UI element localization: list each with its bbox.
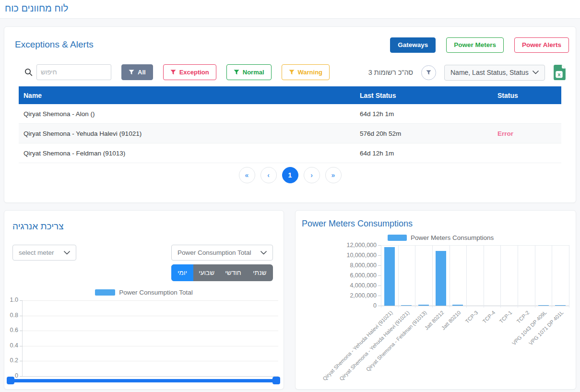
gridline <box>381 245 381 308</box>
y-axis-label: 4,000,000 <box>333 282 377 289</box>
energy-panel-title: צריכת אנרגיה <box>12 221 64 232</box>
y-axis-label: 10,000,000 <box>333 252 377 259</box>
filter-warning-label: Warning <box>298 69 323 76</box>
y-axis-label: 12,000,000 <box>333 242 377 249</box>
table-row[interactable]: Qiryat Shemona - Feldman (91013) 64d 12h… <box>19 143 561 163</box>
y-axis-label: 0.6 <box>2 327 18 333</box>
funnel-icon <box>129 70 134 75</box>
x-axis-label: Qiryat Shemona - Yehuda Halevi (91021) <box>328 309 410 392</box>
tab-weekly[interactable]: שבועי <box>193 264 220 281</box>
pagination-last-button[interactable]: » <box>325 167 342 183</box>
gridline <box>23 300 278 301</box>
pagination-first-button[interactable]: « <box>239 167 255 183</box>
y-axis-label: 6,000,000 <box>333 272 377 279</box>
gridline <box>381 245 569 246</box>
power-alerts-button[interactable]: Power Alerts <box>514 37 569 53</box>
bar <box>384 247 395 306</box>
axis-tick <box>378 275 381 276</box>
view-switch-buttons: Gateways Power Meters Power Alerts <box>390 37 569 53</box>
table-row[interactable]: Qiryat Shemona - Yehuda Halevi (91021) 5… <box>19 124 561 143</box>
axis-tick <box>378 285 381 286</box>
y-axis-label: 0.4 <box>2 342 18 349</box>
axis-tick <box>20 316 23 316</box>
gridline <box>466 245 467 308</box>
column-header-name: Name <box>19 92 355 99</box>
power-meters-consumptions-chart: 02,000,0004,000,0006,000,0008,000,00010,… <box>381 245 569 306</box>
pagination-prev-button[interactable]: ‹ <box>260 167 277 183</box>
bar <box>538 305 549 306</box>
x-axis-label: TCP-1 <box>431 309 513 392</box>
meter-select-dropdown[interactable]: select meter <box>12 245 76 261</box>
meter-select-value: select meter <box>19 249 54 256</box>
consumption-panel-title: Power Meters Consumptions <box>302 219 413 229</box>
tab-yearly[interactable]: שנתי <box>247 264 273 281</box>
bar <box>452 305 463 306</box>
chevron-down-icon <box>64 251 70 255</box>
y-axis-label: 1.0 <box>2 297 18 303</box>
column-filter-button[interactable] <box>421 65 436 80</box>
axis-tick <box>20 331 23 331</box>
chevron-down-icon <box>260 251 267 255</box>
gridline <box>23 376 278 377</box>
search-input[interactable] <box>36 64 111 80</box>
axis-tick <box>20 361 23 361</box>
filter-exception-button[interactable]: Exception <box>163 64 216 80</box>
cell-last-status: 64d 12h 1m <box>355 150 493 157</box>
legend-label: Power Consumption Total <box>119 289 193 296</box>
status-badge: Error <box>493 130 561 137</box>
funnel-icon <box>170 70 176 75</box>
gridline <box>23 346 278 346</box>
tab-daily[interactable]: יומי <box>171 264 193 281</box>
total-records-label: סה"כ רשומות 3 <box>368 69 413 76</box>
cell-name: Qiryat Shemona - Feldman (91013) <box>19 150 355 157</box>
tab-monthly[interactable]: חודשי <box>220 264 246 281</box>
filter-all-button[interactable]: All <box>121 64 153 80</box>
columns-dropdown-value: Name, Last Status, Status <box>450 69 529 76</box>
axis-tick <box>378 245 381 246</box>
top-bar: לוח מחוונים כוח <box>0 0 580 19</box>
power-meters-consumptions-panel: Power Meters Consumptions Power Meters C… <box>295 210 576 390</box>
gridline <box>432 245 433 308</box>
power-meters-button[interactable]: Power Meters <box>446 37 504 53</box>
consumption-chart-legend[interactable]: Power Meters Consumptions <box>388 234 494 241</box>
x-axis-label: Jatt 80212 <box>363 309 445 392</box>
cell-last-status: 64d 12h 1m <box>355 110 493 118</box>
slider-handle-right[interactable] <box>272 377 280 384</box>
gridline <box>23 316 278 316</box>
y-axis-label: 8,000,000 <box>333 262 377 269</box>
energy-consumption-chart: 1.00.80.60.40.20 <box>22 300 278 376</box>
page-title: לוח מחוונים כוח <box>5 3 68 14</box>
y-axis-label: 0.2 <box>2 357 18 364</box>
bar <box>401 305 412 306</box>
exceptions-alerts-panel: Exceptions & Alerts Gateways Power Meter… <box>4 26 576 203</box>
energy-chart-legend[interactable]: Power Consumption Total <box>4 289 284 296</box>
excel-export-icon: x <box>553 64 566 81</box>
filter-normal-button[interactable]: Normal <box>226 64 272 80</box>
bar <box>555 305 566 306</box>
gridline <box>518 245 518 308</box>
metric-select-dropdown[interactable]: Power Consumption Total <box>171 245 273 261</box>
axis-tick <box>378 306 381 306</box>
columns-dropdown[interactable]: Name, Last Status, Status <box>444 65 545 81</box>
filter-normal-label: Normal <box>243 69 264 76</box>
column-header-last-status: Last Status <box>355 92 493 99</box>
filter-warning-button[interactable]: Warning <box>282 64 330 80</box>
chart-range-slider[interactable] <box>7 379 280 382</box>
legend-swatch <box>388 235 407 241</box>
slider-handle-left[interactable] <box>7 377 14 384</box>
x-axis-label: TCP-4 <box>414 309 496 392</box>
pagination-page-1-button[interactable]: 1 <box>282 167 298 183</box>
gateways-button[interactable]: Gateways <box>390 37 436 53</box>
search-icon <box>24 68 33 76</box>
funnel-icon <box>426 70 431 75</box>
axis-tick <box>20 346 23 346</box>
table-tools-row: סה"כ רשומות 3 Name, Last Status, Status … <box>368 64 566 81</box>
x-axis-label: Qiryat Shemona - Feldman (91013) <box>345 309 427 392</box>
gridline <box>23 361 278 361</box>
x-axis-label: VPG 1071 DP 401L <box>482 309 564 392</box>
pagination-next-button[interactable]: › <box>304 167 320 183</box>
y-axis-label: 0.8 <box>2 312 18 319</box>
period-tabs: יומי שבועי חודשי שנתי <box>171 264 273 281</box>
table-row[interactable]: Qiryat Shemona - Alon () 64d 12h 1m <box>19 104 561 124</box>
export-excel-button[interactable]: x <box>553 64 566 81</box>
